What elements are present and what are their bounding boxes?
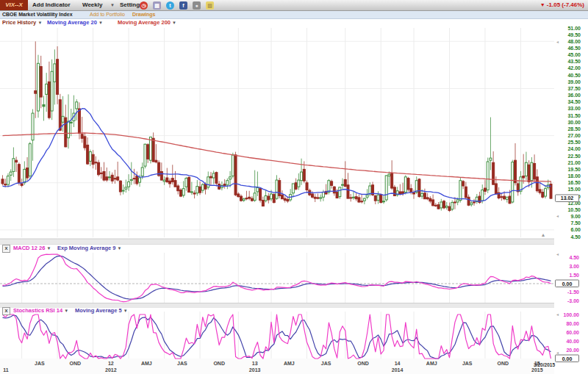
macd-axis-tick: 1.50 xyxy=(569,273,579,278)
stoch-current-label: 0.00 xyxy=(562,356,573,362)
current-price-label: 13.02 xyxy=(561,195,574,201)
price-axis-tick: 51.00 xyxy=(567,26,581,31)
x-axis-quarter-label: OND xyxy=(70,361,82,366)
price-axis-tick: 22.50 xyxy=(567,154,581,159)
stoch-axis-tick: 100.00 xyxy=(564,312,580,317)
stoch-axis-tick: 80.00 xyxy=(566,321,579,326)
macd-axis-tick: -1.50 xyxy=(567,290,579,295)
stoch-panel-header: X Stochastics RSI 14 ▼ Moving Average 5 … xyxy=(0,307,294,314)
price-axis-tick: 10.50 xyxy=(567,207,581,212)
price-axis-tick: 40.50 xyxy=(567,73,581,78)
price-axis-tick: 34.50 xyxy=(567,99,581,104)
macd-axis-tick: 4.50 xyxy=(569,255,579,260)
x-axis-quarter-label: 12 xyxy=(108,361,114,366)
price-axis-tick: 9.00 xyxy=(570,214,581,219)
last-date-label: 3/20/2015 xyxy=(534,362,555,367)
x-axis-quarter-label: OND xyxy=(213,361,225,366)
macd-panel-header: X MACD 12 26 ▼ Exp Moving Average 9 ▼ xyxy=(0,245,294,252)
price-axis-tick: 46.50 xyxy=(567,46,581,51)
price-axis-tick: 37.50 xyxy=(567,86,581,91)
x-axis-year-label: 2012 xyxy=(105,367,117,373)
caret-down-icon: ▼ xyxy=(46,246,51,251)
x-axis-year-label: 2014 xyxy=(392,367,404,373)
macd-title-dropdown[interactable]: MACD 12 26 ▼ xyxy=(13,245,51,252)
caret-down-icon: ▼ xyxy=(118,246,122,251)
stoch-overlay-dropdown[interactable]: Moving Average 5 ▼ xyxy=(75,307,128,314)
stoch-axis-tick: 40.00 xyxy=(566,339,579,344)
x-axis-year-label: 2015 xyxy=(531,367,543,373)
price-axis-tick: 36.00 xyxy=(567,93,581,98)
scroll-arrow-icon: ▴ xyxy=(542,231,545,238)
price-axis-tick: 27.00 xyxy=(567,133,581,138)
x-axis-quarter-label: JAS xyxy=(177,361,187,366)
x-axis-quarter-label: AMJ xyxy=(426,361,437,366)
caret-down-icon: ▼ xyxy=(64,309,68,313)
axis-resize-arrow-icon: ◂ xyxy=(556,252,559,256)
price-axis-tick: 16.50 xyxy=(567,180,581,185)
macd-close-button[interactable]: X xyxy=(2,245,10,253)
chart-canvas[interactable]: 51.0049.5048.0046.5045.0043.5042.0040.50… xyxy=(0,0,588,374)
stoch-close-button[interactable]: X xyxy=(2,307,10,315)
price-axis-tick: 19.50 xyxy=(567,167,581,172)
price-axis-tick: 33.00 xyxy=(567,106,581,111)
axis-resize-arrow-icon: ◂ xyxy=(556,350,559,355)
price-axis-tick: 45.00 xyxy=(567,52,581,57)
axis-resize-arrow-icon: ◂ xyxy=(556,40,559,44)
x-axis-year-label: 11 xyxy=(3,367,9,373)
x-axis-quarter-label: OND xyxy=(357,361,369,366)
price-axis-tick: 31.50 xyxy=(567,113,581,118)
macd-current-label: 0.00 xyxy=(562,281,573,287)
x-axis-quarter-label: JAS xyxy=(321,361,331,366)
price-axis-tick: 24.00 xyxy=(567,146,581,151)
macd-overlay-dropdown[interactable]: Exp Moving Average 9 ▼ xyxy=(57,245,122,252)
price-axis-tick: 25.50 xyxy=(567,140,581,145)
price-axis-tick: 6.00 xyxy=(570,227,581,232)
price-axis-tick: 28.50 xyxy=(567,126,581,132)
price-axis-tick: 15.00 xyxy=(567,187,581,192)
macd-axis-tick: -3.00 xyxy=(567,298,579,303)
stoch-title-dropdown[interactable]: Stochastics RSI 14 ▼ xyxy=(13,307,68,314)
x-axis-quarter-label: JAS xyxy=(462,361,473,366)
price-axis-tick: 18.00 xyxy=(567,173,581,179)
x-axis-quarter-label: 14 xyxy=(395,361,401,366)
x-axis-quarter-label: JAS xyxy=(35,361,45,366)
price-axis-tick: 4.50 xyxy=(570,234,581,240)
x-axis-quarter-label: 13 xyxy=(252,361,258,366)
x-axis-quarter-label: AMJ xyxy=(284,361,295,366)
x-axis-year-label: 2013 xyxy=(249,367,261,373)
caret-down-icon: ▼ xyxy=(123,309,128,313)
x-axis-quarter-label: AMJ xyxy=(141,361,152,366)
price-axis-tick: 21.00 xyxy=(567,160,581,165)
price-axis-tick: 48.00 xyxy=(567,39,581,44)
price-axis-tick: 42.00 xyxy=(567,65,581,71)
macd-axis-tick: 3.00 xyxy=(569,264,579,269)
stoch-axis-tick: 20.00 xyxy=(566,348,579,353)
stoch-axis-tick: 60.00 xyxy=(566,330,579,335)
axis-resize-arrow-icon: ◂ xyxy=(556,214,559,218)
charting-app-window: { "toolbar": { "symbol_tab": "VIX--X", "… xyxy=(0,0,588,374)
x-axis-quarter-label: OND xyxy=(497,361,509,366)
price-axis-tick: 43.50 xyxy=(567,59,581,64)
price-axis-tick: 39.00 xyxy=(567,79,581,84)
axis-resize-arrow-icon: ◂ xyxy=(556,312,559,317)
price-axis-tick: 49.50 xyxy=(567,32,581,37)
price-axis-tick: 7.50 xyxy=(570,220,581,226)
price-axis-tick: 30.00 xyxy=(567,120,581,125)
